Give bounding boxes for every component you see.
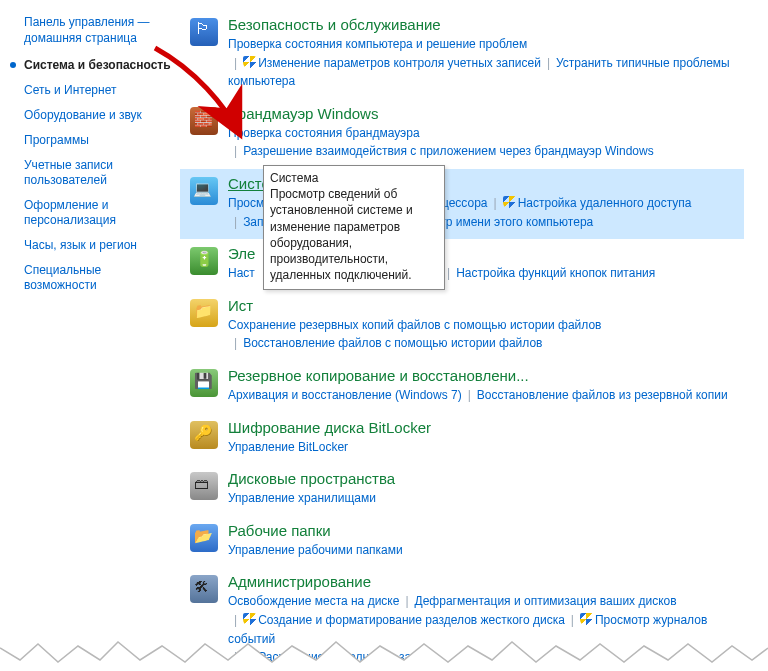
storage-icon bbox=[184, 470, 224, 500]
link-firewall-0[interactable]: Проверка состояния брандмауэра bbox=[228, 126, 420, 140]
separator: | bbox=[565, 611, 580, 630]
category-title-firewall[interactable]: Брандмауэр Windows bbox=[228, 105, 740, 122]
link-system-1[interactable]: Настройка удаленного доступа bbox=[518, 196, 692, 210]
category-links: Управление рабочими папками bbox=[228, 541, 740, 560]
system-icon bbox=[184, 175, 224, 205]
link-history-1[interactable]: Восстановление файлов с помощью истории … bbox=[243, 336, 542, 350]
category-title-history[interactable]: Ист bbox=[228, 297, 740, 314]
uac-shield-icon bbox=[503, 196, 516, 209]
separator: | bbox=[488, 194, 503, 213]
category-history: ИстСохранение резервных копий файлов с п… bbox=[180, 291, 744, 361]
category-body: Резервное копирование и восстановлени...… bbox=[224, 367, 740, 405]
link-power-0[interactable]: Наст bbox=[228, 266, 255, 280]
category-links: Проверка состояния компьютера и решение … bbox=[228, 35, 740, 91]
link-storage-0[interactable]: Управление хранилищами bbox=[228, 491, 376, 505]
category-links: Управление BitLocker bbox=[228, 438, 740, 457]
link-backup-1[interactable]: Восстановление файлов из резервной копии bbox=[477, 388, 728, 402]
category-links: Управление хранилищами bbox=[228, 489, 740, 508]
separator: | bbox=[399, 592, 414, 611]
separator: | bbox=[228, 611, 243, 630]
category-backup: Резервное копирование и восстановлени...… bbox=[180, 361, 744, 413]
admin-icon bbox=[184, 573, 224, 603]
uac-shield-icon bbox=[243, 56, 256, 69]
separator: | bbox=[541, 54, 556, 73]
category-bitlocker: Шифрование диска BitLockerУправление Bit… bbox=[180, 413, 744, 465]
firewall-icon bbox=[184, 105, 224, 135]
link-security-0[interactable]: Проверка состояния компьютера и решение … bbox=[228, 37, 527, 51]
link-admin-2[interactable]: Создание и форматирование разделов жестк… bbox=[258, 613, 565, 627]
security-icon bbox=[184, 16, 224, 46]
sidebar-item-1[interactable]: Сеть и Интернет bbox=[24, 83, 174, 98]
uac-shield-icon bbox=[243, 613, 256, 626]
category-title-workfolders[interactable]: Рабочие папки bbox=[228, 522, 740, 539]
link-firewall-1[interactable]: Разрешение взаимодействия с приложением … bbox=[243, 144, 654, 158]
separator: | bbox=[228, 213, 243, 232]
sidebar-item-3[interactable]: Программы bbox=[24, 133, 174, 148]
sidebar-home-link[interactable]: Панель управления — домашняя страница bbox=[24, 14, 174, 46]
separator: | bbox=[228, 142, 243, 161]
link-workfolders-0[interactable]: Управление рабочими папками bbox=[228, 543, 403, 557]
sidebar-item-0[interactable]: Система и безопасность bbox=[24, 58, 174, 73]
sidebar-home-line2: домашняя страница bbox=[24, 31, 137, 45]
bitlocker-icon bbox=[184, 419, 224, 449]
separator: | bbox=[228, 54, 243, 73]
category-security: Безопасность и обслуживаниеПроверка сост… bbox=[180, 10, 744, 99]
separator: | bbox=[228, 334, 243, 353]
control-panel-window: Панель управления — домашняя страница Си… bbox=[0, 0, 768, 671]
link-bitlocker-0[interactable]: Управление BitLocker bbox=[228, 440, 348, 454]
system-tooltip: Система Просмотр сведений об установленн… bbox=[263, 165, 445, 290]
power-icon bbox=[184, 245, 224, 275]
category-body: ИстСохранение резервных копий файлов с п… bbox=[224, 297, 740, 353]
category-links: Сохранение резервных копий файлов с помо… bbox=[228, 316, 740, 353]
link-admin-0[interactable]: Освобождение места на диске bbox=[228, 594, 399, 608]
category-title-storage[interactable]: Дисковые пространства bbox=[228, 470, 740, 487]
link-history-0[interactable]: Сохранение резервных копий файлов с помо… bbox=[228, 318, 602, 332]
separator: | bbox=[462, 386, 477, 405]
sidebar-item-5[interactable]: Оформление и персонализация bbox=[24, 198, 174, 228]
category-title-bitlocker[interactable]: Шифрование диска BitLocker bbox=[228, 419, 740, 436]
category-body: Дисковые пространстваУправление хранилищ… bbox=[224, 470, 740, 508]
link-security-1[interactable]: Изменение параметров контроля учетных за… bbox=[258, 56, 541, 70]
category-body: Рабочие папкиУправление рабочими папками bbox=[224, 522, 740, 560]
sidebar-item-7[interactable]: Специальные возможности bbox=[24, 263, 174, 293]
category-body: Безопасность и обслуживаниеПроверка сост… bbox=[224, 16, 740, 91]
sidebar-item-4[interactable]: Учетные записи пользователей bbox=[24, 158, 174, 188]
category-title-admin[interactable]: Администрирование bbox=[228, 573, 740, 590]
link-power-2[interactable]: Настройка функций кнопок питания bbox=[456, 266, 655, 280]
category-title-security[interactable]: Безопасность и обслуживание bbox=[228, 16, 740, 33]
link-system-3[interactable]: смотр имени этого компьютера bbox=[420, 215, 594, 229]
sidebar: Панель управления — домашняя страница Си… bbox=[0, 10, 180, 671]
uac-shield-icon bbox=[580, 613, 593, 626]
sidebar-item-2[interactable]: Оборудование и звук bbox=[24, 108, 174, 123]
link-backup-0[interactable]: Архивация и восстановление (Windows 7) bbox=[228, 388, 462, 402]
sidebar-home-line1: Панель управления — bbox=[24, 15, 150, 29]
sidebar-item-6[interactable]: Часы, язык и регион bbox=[24, 238, 174, 253]
category-firewall: Брандмауэр WindowsПроверка состояния бра… bbox=[180, 99, 744, 169]
link-admin-1[interactable]: Дефрагментация и оптимизация ваших диско… bbox=[415, 594, 677, 608]
tooltip-title: Система bbox=[270, 170, 438, 186]
category-storage: Дисковые пространстваУправление хранилищ… bbox=[180, 464, 744, 516]
category-title-backup[interactable]: Резервное копирование и восстановлени... bbox=[228, 367, 740, 384]
category-links: Проверка состояния брандмауэра|Разрешени… bbox=[228, 124, 740, 161]
category-links: Архивация и восстановление (Windows 7)|В… bbox=[228, 386, 740, 405]
workfolders-icon bbox=[184, 522, 224, 552]
backup-icon bbox=[184, 367, 224, 397]
category-body: Брандмауэр WindowsПроверка состояния бра… bbox=[224, 105, 740, 161]
category-body: Шифрование диска BitLockerУправление Bit… bbox=[224, 419, 740, 457]
tooltip-body: Просмотр сведений об установленной систе… bbox=[270, 186, 438, 283]
category-list: Безопасность и обслуживаниеПроверка сост… bbox=[180, 10, 764, 671]
history-icon bbox=[184, 297, 224, 327]
torn-edge-decoration bbox=[0, 630, 768, 670]
category-workfolders: Рабочие папкиУправление рабочими папками bbox=[180, 516, 744, 568]
